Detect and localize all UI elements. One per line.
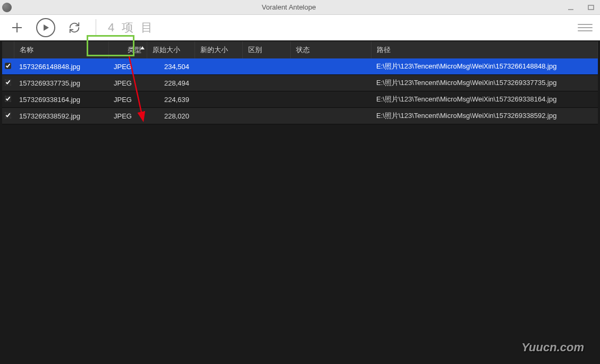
sort-ascending-icon (140, 46, 145, 49)
column-diff[interactable]: 区别 (242, 41, 290, 58)
row-checkbox[interactable] (5, 112, 11, 118)
cell-path: E:\照片\123\Tencent\MicroMsg\WeiXin\157326… (371, 58, 598, 75)
column-new-size[interactable]: 新的大小 (195, 41, 242, 58)
row-checkbox[interactable] (5, 79, 11, 86)
watermark: Yuucn.com (521, 341, 584, 354)
maximize-button[interactable] (586, 3, 596, 12)
cell-path: E:\照片\123\Tencent\MicroMsg\WeiXin\157326… (371, 75, 598, 91)
table-row[interactable]: 1573269337735.jpgJPEG228,494E:\照片\123\Te… (2, 75, 598, 91)
cell-name: 1573269338164.jpg (14, 91, 108, 108)
toolbar-divider (96, 19, 96, 36)
cell-name: 1573266148848.jpg (14, 58, 108, 75)
cell-diff (242, 58, 290, 75)
column-status[interactable]: 状态 (290, 41, 371, 58)
row-checkbox-cell[interactable] (2, 108, 14, 124)
row-checkbox-cell[interactable] (2, 58, 14, 75)
toolbar: 4 项 目 (0, 15, 600, 40)
cell-original-size: 228,020 (147, 108, 195, 124)
menu-button[interactable] (578, 20, 593, 35)
row-checkbox[interactable] (5, 96, 11, 102)
refresh-button[interactable] (65, 18, 84, 37)
cell-new-size (195, 91, 242, 108)
column-type[interactable]: 类型 (108, 41, 147, 58)
table-row[interactable]: 1573266148848.jpgJPEG234,504E:\照片\123\Te… (2, 58, 598, 75)
window-controls (566, 3, 600, 12)
cell-status (290, 75, 371, 91)
run-button[interactable] (36, 18, 55, 37)
column-path[interactable]: 路径 (371, 41, 598, 58)
cell-new-size (195, 108, 242, 124)
cell-original-size: 234,504 (147, 58, 195, 75)
column-original-size[interactable]: 原始大小 (147, 41, 195, 58)
row-checkbox-cell[interactable] (2, 91, 14, 108)
cell-path: E:\照片\123\Tencent\MicroMsg\WeiXin\157326… (371, 108, 598, 124)
svg-marker-4 (44, 24, 49, 31)
table-body: 1573266148848.jpgJPEG234,504E:\照片\123\Te… (2, 58, 598, 124)
cell-diff (242, 108, 290, 124)
minimize-button[interactable] (566, 3, 576, 12)
item-count: 4 项 目 (108, 20, 155, 36)
table-header: 名称 类型 原始大小 新的大小 区别 状态 路径 (2, 41, 598, 58)
cell-type: JPEG (108, 108, 147, 124)
cell-new-size (195, 58, 242, 75)
cell-original-size: 224,639 (147, 91, 195, 108)
cell-diff (242, 75, 290, 91)
cell-path: E:\照片\123\Tencent\MicroMsg\WeiXin\157326… (371, 91, 598, 108)
cell-name: 1573269337735.jpg (14, 75, 108, 91)
cell-type: JPEG (108, 58, 147, 75)
row-checkbox[interactable] (5, 63, 11, 69)
column-checkbox[interactable] (2, 41, 14, 58)
cell-status (290, 58, 371, 75)
cell-status (290, 91, 371, 108)
column-name[interactable]: 名称 (14, 41, 108, 58)
titlebar: Voralent Antelope (0, 0, 600, 15)
row-checkbox-cell[interactable] (2, 75, 14, 91)
app-icon (2, 3, 12, 12)
table-row[interactable]: 1573269338164.jpgJPEG224,639E:\照片\123\Te… (2, 91, 598, 108)
cell-new-size (195, 75, 242, 91)
table-row[interactable]: 1573269338592.jpgJPEG228,020E:\照片\123\Te… (2, 108, 598, 124)
cell-type: JPEG (108, 91, 147, 108)
cell-type: JPEG (108, 75, 147, 91)
cell-name: 1573269338592.jpg (14, 108, 108, 124)
cell-status (290, 108, 371, 124)
file-table: 名称 类型 原始大小 新的大小 区别 状态 路径 1573266148848.j… (2, 41, 598, 124)
column-type-label: 类型 (128, 46, 141, 54)
add-button[interactable] (7, 18, 27, 37)
svg-rect-1 (588, 5, 594, 10)
cell-diff (242, 91, 290, 108)
window-title: Voralent Antelope (12, 3, 566, 11)
cell-original-size: 228,494 (147, 75, 195, 91)
